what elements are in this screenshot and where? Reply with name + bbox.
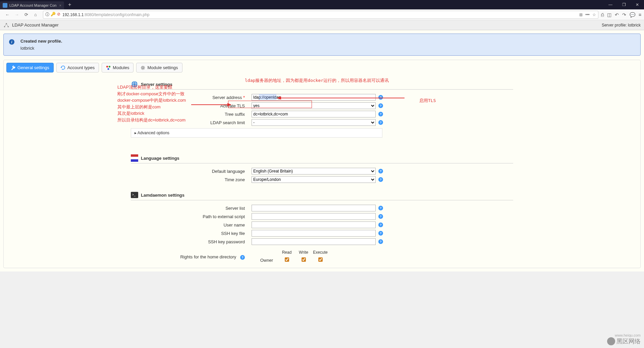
url-path: :8080/templates/config/confmain.php: [84, 12, 149, 17]
timezone-select[interactable]: Europe/London: [252, 176, 376, 183]
user-name-input[interactable]: [252, 221, 376, 228]
help-icon[interactable]: ?: [378, 103, 383, 108]
library-icon[interactable]: ⎙: [601, 12, 604, 17]
notification-body: lotbrick: [20, 46, 62, 51]
tree-suffix-label: Tree suffix: [131, 112, 252, 117]
rights-label: Rights for the home directory ?: [131, 254, 252, 260]
ssh-pass-label: SSH key password: [131, 239, 252, 244]
sidebar-icon[interactable]: ◫: [607, 12, 611, 17]
bookmark-icon[interactable]: ☆: [592, 12, 596, 17]
url-host: 192.168.1.1: [62, 12, 84, 17]
tab-modules[interactable]: Modules: [102, 63, 133, 72]
owner-read-checkbox[interactable]: [285, 257, 289, 262]
rights-write-header: Write: [295, 250, 312, 255]
chat-icon[interactable]: 💬: [630, 12, 635, 17]
tabs-bar: General settings Account types Modules M…: [6, 63, 638, 72]
search-limit-label: LDAP search limit: [131, 120, 252, 125]
advanced-options-toggle[interactable]: ▸ Advanced options: [131, 128, 382, 138]
window-minimize-icon[interactable]: —: [604, 0, 617, 9]
svg-point-5: [106, 65, 108, 67]
help-icon[interactable]: ?: [378, 206, 383, 210]
tab-close-icon[interactable]: ×: [59, 3, 61, 7]
help-icon[interactable]: ?: [378, 231, 383, 236]
svg-point-7: [108, 68, 109, 69]
default-language-select[interactable]: English (Great Britain): [252, 168, 376, 175]
redo-icon[interactable]: ↷: [622, 12, 626, 17]
help-icon[interactable]: ?: [378, 95, 383, 100]
ssh-pass-input[interactable]: [252, 238, 376, 245]
window-close-icon[interactable]: ✕: [631, 0, 644, 9]
timezone-label: Time zone: [131, 177, 252, 182]
ssh-key-input[interactable]: [252, 230, 376, 237]
app-title: LDAP Account Manager: [12, 22, 59, 28]
svg-point-6: [109, 65, 110, 67]
server-settings-title: Server settings: [141, 82, 172, 87]
wrench-icon: [11, 65, 15, 70]
help-icon[interactable]: ?: [378, 177, 383, 182]
undo-icon[interactable]: ↶: [615, 12, 619, 17]
tab-account-types[interactable]: Account types: [56, 63, 99, 72]
forward-button[interactable]: →: [13, 11, 21, 19]
tree-suffix-input[interactable]: [252, 111, 376, 117]
back-button[interactable]: ←: [3, 11, 11, 19]
owner-execute-checkbox[interactable]: [318, 257, 323, 262]
help-icon[interactable]: ?: [378, 169, 383, 173]
server-address-input[interactable]: [252, 94, 376, 101]
svg-text:>_: >_: [132, 193, 136, 196]
blocked-icon[interactable]: ⊘: [57, 12, 60, 17]
script-path-label: Path to external script: [131, 214, 252, 219]
svg-line-3: [5, 23, 6, 27]
server-profile-label: Server profile: lotbrick: [602, 23, 641, 28]
svg-line-4: [6, 23, 8, 27]
reload-button[interactable]: ⟳: [22, 11, 30, 19]
globe-icon: [131, 81, 138, 88]
rights-read-header: Read: [278, 250, 295, 255]
owner-write-checkbox[interactable]: [302, 257, 306, 262]
server-list-input[interactable]: [252, 205, 376, 211]
help-icon[interactable]: ?: [378, 222, 383, 227]
settings-panel: General settings Account types Modules M…: [3, 60, 641, 268]
more-icon[interactable]: •••: [585, 12, 590, 17]
help-icon[interactable]: ?: [378, 239, 383, 244]
browser-tab[interactable]: LDAP Account Manager Con ×: [0, 1, 64, 9]
language-settings-title: Language settings: [141, 156, 179, 161]
svg-rect-19: [131, 159, 138, 162]
terminal-icon: >_: [131, 191, 138, 199]
new-tab-button[interactable]: +: [66, 2, 73, 8]
key-icon[interactable]: 🔑: [51, 12, 56, 17]
refresh-icon: [61, 65, 65, 70]
tab-title: LDAP Account Manager Con: [9, 3, 56, 7]
help-icon[interactable]: ?: [378, 120, 383, 125]
svg-rect-17: [131, 154, 138, 157]
help-icon[interactable]: ?: [378, 112, 383, 116]
language-settings-header: Language settings: [131, 154, 513, 163]
script-path-input[interactable]: [252, 213, 376, 220]
help-icon[interactable]: ?: [240, 255, 245, 260]
svg-point-9: [131, 81, 138, 87]
url-bar[interactable]: ⓘ 🔑 ⊘ 192.168.1.1:8080/templates/config/…: [43, 11, 598, 19]
window-maximize-icon[interactable]: ❐: [617, 0, 631, 9]
qr-icon[interactable]: ⊞: [579, 12, 583, 17]
browser-tab-bar: LDAP Account Manager Con × + — ❐ ✕: [0, 0, 644, 9]
tab-general-settings[interactable]: General settings: [6, 63, 54, 72]
flag-icon: [131, 154, 138, 162]
info-icon: i: [9, 39, 14, 45]
notification-box: i Created new profile. lotbrick: [3, 34, 641, 56]
menu-icon[interactable]: ≡: [639, 12, 641, 17]
home-button[interactable]: ⌂: [32, 11, 40, 19]
search-limit-select[interactable]: -: [252, 119, 376, 126]
help-icon[interactable]: ?: [378, 214, 383, 219]
lamdaemon-settings-title: Lamdaemon settings: [141, 193, 184, 198]
svg-point-8: [142, 67, 144, 68]
server-address-label: Server address *: [131, 95, 252, 100]
activate-tls-label: Activate TLS: [131, 103, 252, 108]
server-settings-header: Server settings: [131, 81, 513, 90]
notification-title: Created new profile.: [20, 39, 62, 44]
tab-module-settings[interactable]: Module settings: [136, 63, 182, 72]
gear-icon: [141, 65, 145, 70]
default-language-label: Default language: [131, 169, 252, 174]
info-icon[interactable]: ⓘ: [45, 12, 49, 17]
user-name-label: User name: [131, 222, 252, 228]
server-list-label: Server list: [131, 206, 252, 211]
activate-tls-select[interactable]: yes: [252, 102, 376, 109]
